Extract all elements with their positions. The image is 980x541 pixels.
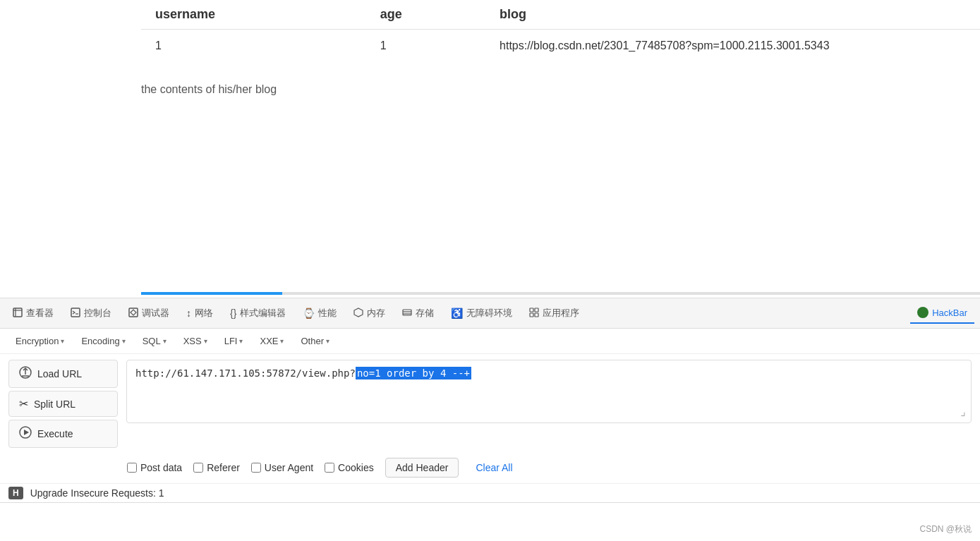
svg-marker-18 bbox=[24, 430, 29, 435]
performance-icon: ⌚ bbox=[303, 308, 315, 319]
tab-hackbar-label: HackBar bbox=[932, 308, 967, 318]
load-url-button[interactable]: Load URL bbox=[8, 360, 118, 388]
tab-network-label: 网络 bbox=[195, 307, 213, 320]
menu-sql[interactable]: SQL ▾ bbox=[135, 333, 174, 349]
cookies-checkbox[interactable] bbox=[325, 463, 334, 473]
storage-icon bbox=[402, 308, 412, 320]
inspector-icon bbox=[13, 308, 23, 320]
tab-inspector-label: 查看器 bbox=[26, 307, 54, 320]
tab-inspector[interactable]: 查看器 bbox=[6, 303, 61, 324]
hackbar-panel: Encryption ▾ Encoding ▾ SQL ▾ XSS ▾ LFI … bbox=[0, 329, 980, 503]
user-agent-label: User Agent bbox=[265, 462, 313, 473]
network-icon: ↕ bbox=[186, 308, 191, 319]
svg-rect-12 bbox=[530, 313, 533, 317]
tab-performance-label: 性能 bbox=[318, 307, 337, 320]
tab-storage[interactable]: 存储 bbox=[395, 303, 441, 324]
data-table-area: username age blog 1 1 https://blog.csdn.… bbox=[0, 0, 980, 62]
tab-style-editor[interactable]: {} 样式编辑器 bbox=[223, 303, 293, 324]
menu-xss[interactable]: XSS ▾ bbox=[176, 333, 214, 349]
chevron-down-icon: ▾ bbox=[204, 337, 207, 345]
post-data-checkbox[interactable] bbox=[127, 463, 137, 473]
add-header-button[interactable]: Add Header bbox=[385, 458, 459, 478]
tab-network[interactable]: ↕ 网络 bbox=[179, 303, 220, 324]
tab-debugger-label: 调试器 bbox=[142, 307, 169, 320]
split-url-icon: ✂ bbox=[19, 397, 28, 411]
referer-label: Referer bbox=[207, 462, 240, 473]
menu-encoding[interactable]: Encoding ▾ bbox=[74, 333, 132, 349]
execute-icon bbox=[19, 426, 32, 442]
chevron-down-icon: ▾ bbox=[163, 337, 167, 345]
cell-blog: https://blog.csdn.net/2301_77485708?spm=… bbox=[500, 30, 980, 63]
hackbar-menu-row: Encryption ▾ Encoding ▾ SQL ▾ XSS ▾ LFI … bbox=[0, 329, 980, 354]
tab-console[interactable]: 控制台 bbox=[63, 303, 119, 324]
svg-rect-0 bbox=[13, 308, 22, 317]
style-editor-icon: {} bbox=[230, 308, 236, 319]
referer-checkbox[interactable] bbox=[193, 463, 203, 473]
cell-username: 1 bbox=[141, 30, 380, 63]
menu-xxe[interactable]: XXE ▾ bbox=[253, 333, 291, 349]
svg-rect-11 bbox=[535, 308, 538, 312]
chevron-down-icon: ▾ bbox=[326, 337, 329, 345]
cookies-checkbox-item[interactable]: Cookies bbox=[325, 462, 374, 473]
url-selected-text: no=1 order by 4 --+ bbox=[356, 367, 471, 379]
memory-icon bbox=[353, 308, 363, 320]
url-plain-text: http://61.147.171.105:57872/view.php? bbox=[135, 367, 356, 379]
devtools-toolbar: 查看器 控制台 调试器 ↕ 网络 {} 样式编辑器 ⌚ 性能 内存 bbox=[0, 298, 980, 329]
col-age: age bbox=[380, 0, 500, 30]
execute-button[interactable]: Execute bbox=[8, 420, 118, 448]
chevron-down-icon: ▾ bbox=[122, 337, 126, 345]
chevron-down-icon: ▾ bbox=[239, 337, 243, 345]
user-agent-checkbox-item[interactable]: User Agent bbox=[251, 462, 313, 473]
post-data-label: Post data bbox=[140, 462, 182, 473]
hackbar-dot-icon bbox=[917, 307, 928, 318]
svg-rect-10 bbox=[530, 308, 533, 312]
tab-performance[interactable]: ⌚ 性能 bbox=[296, 303, 344, 324]
url-display[interactable]: http://61.147.171.105:57872/view.php?no=… bbox=[126, 360, 972, 423]
csdn-badge: CSDN @秋说 bbox=[919, 523, 972, 535]
hackbar-bottom-row: Post data Referer User Agent Cookies Add… bbox=[0, 454, 980, 483]
debugger-icon bbox=[128, 308, 138, 320]
load-url-label: Load URL bbox=[37, 368, 82, 379]
execute-label: Execute bbox=[37, 428, 73, 439]
console-icon bbox=[71, 308, 80, 320]
col-username: username bbox=[141, 0, 380, 30]
resize-handle-icon: ⌟ bbox=[960, 405, 967, 418]
apps-icon bbox=[529, 308, 539, 320]
tab-accessibility[interactable]: ♿ 无障碍环境 bbox=[444, 303, 519, 324]
col-blog: blog bbox=[500, 0, 980, 30]
tab-debugger[interactable]: 调试器 bbox=[121, 303, 176, 324]
tab-apps-label: 应用程序 bbox=[543, 307, 579, 320]
cookies-label: Cookies bbox=[338, 462, 374, 473]
scroll-indicator[interactable] bbox=[141, 292, 980, 295]
tab-memory-label: 内存 bbox=[367, 307, 385, 320]
blog-content-text: the contents of his/her blog bbox=[0, 62, 980, 110]
referer-checkbox-item[interactable]: Referer bbox=[193, 462, 240, 473]
split-url-button[interactable]: ✂ Split URL bbox=[8, 391, 118, 417]
scroll-bar[interactable] bbox=[141, 292, 282, 295]
menu-other[interactable]: Other ▾ bbox=[294, 333, 337, 349]
tab-apps[interactable]: 应用程序 bbox=[522, 303, 586, 324]
chevron-down-icon: ▾ bbox=[61, 337, 64, 345]
accessibility-icon: ♿ bbox=[451, 308, 463, 319]
request-text: Upgrade Insecure Requests: 1 bbox=[30, 487, 164, 499]
svg-rect-7 bbox=[403, 310, 411, 315]
menu-encryption[interactable]: Encryption ▾ bbox=[8, 333, 71, 349]
tab-memory[interactable]: 内存 bbox=[346, 303, 392, 324]
user-agent-checkbox[interactable] bbox=[251, 463, 261, 473]
tab-style-editor-label: 样式编辑器 bbox=[240, 307, 286, 320]
table-row: 1 1 https://blog.csdn.net/2301_77485708?… bbox=[141, 30, 980, 63]
svg-marker-6 bbox=[354, 308, 363, 317]
tab-accessibility-label: 无障碍环境 bbox=[466, 307, 512, 320]
split-url-label: Split URL bbox=[34, 399, 75, 410]
clear-all-button[interactable]: Clear All bbox=[470, 458, 518, 477]
post-data-checkbox-item[interactable]: Post data bbox=[127, 462, 182, 473]
load-url-icon bbox=[19, 366, 32, 382]
tab-console-label: 控制台 bbox=[84, 307, 111, 320]
browser-content: username age blog 1 1 https://blog.csdn.… bbox=[0, 0, 980, 298]
cell-age: 1 bbox=[380, 30, 500, 63]
svg-rect-13 bbox=[535, 313, 538, 317]
request-row: H Upgrade Insecure Requests: 1 bbox=[0, 483, 980, 502]
url-input-container: http://61.147.171.105:57872/view.php?no=… bbox=[126, 360, 972, 448]
tab-hackbar[interactable]: HackBar bbox=[910, 303, 974, 324]
menu-lfi[interactable]: LFI ▾ bbox=[217, 333, 250, 349]
